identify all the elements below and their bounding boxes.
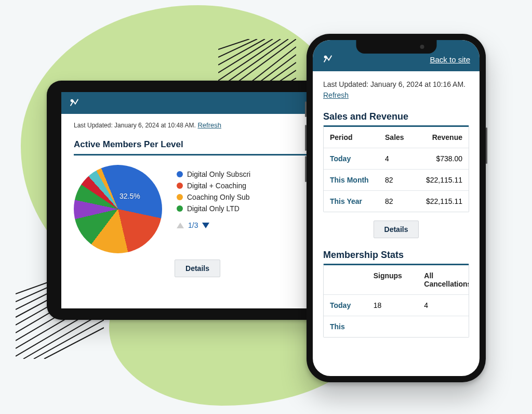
membership-stats-table: Signups All Cancellations Today184This [323,264,469,338]
details-button[interactable]: Details [374,221,419,238]
col-sales: Sales [379,127,418,148]
pie-chart-graphic [74,165,162,253]
svg-point-25 [324,56,327,59]
legend-label: Digital + Coaching [187,182,246,190]
col-cancellations: All Cancellations [418,265,469,294]
phone-side-button [305,125,307,151]
legend-item: Digital Only Subscri [177,170,250,178]
cell-sales: 82 [379,170,418,190]
section-title-membership: Membership Stats [323,250,469,261]
app-logo-icon [69,97,80,109]
section-title-sales: Sales and Revenue [323,111,469,122]
pager-position: 1/3 [188,221,198,229]
last-updated-text: Last Updated: January 6, 2024 at 10:16 A… [323,80,469,90]
cell-sales: 4 [379,148,418,169]
tablet-device-frame: Last Updated: January 6, 2024 at 10:48 A… [47,81,348,320]
pie-chart: 32.5% [74,165,162,253]
cell-revenue: $22,115.11 [418,170,469,190]
cell-revenue: $738.00 [418,148,469,169]
refresh-link[interactable]: Refresh [197,121,221,129]
table-header-row: Period Sales Revenue [324,127,469,148]
table-row: This Year82$22,115.11 [324,191,469,212]
cell-sales: 82 [379,191,418,212]
tablet-header-bar [61,92,334,114]
cell-period[interactable]: Today [324,295,367,316]
cell-cancellations [418,316,469,337]
legend-swatch-icon [177,205,183,212]
cell-cancellations: 4 [418,295,469,316]
legend-item: Digital + Coaching [177,182,250,190]
legend-item: Digital Only LTD [177,204,250,213]
pager-next-icon[interactable] [202,223,209,228]
svg-line-0 [218,39,249,49]
table-header-row: Signups All Cancellations [324,265,469,295]
table-row: This Month82$22,115.11 [324,170,469,191]
legend-label: Coaching Only Sub [187,193,250,201]
cell-period[interactable]: This [324,316,367,337]
svg-point-24 [71,99,74,102]
legend-label: Digital Only Subscri [187,170,250,178]
last-updated-line: Last Updated: January 6, 2024 at 10:48 A… [74,121,321,129]
details-button[interactable]: Details [175,260,220,277]
cell-signups [367,316,418,337]
table-row: This [324,316,469,337]
app-logo-icon [322,54,334,65]
chart-legend: Digital Only SubscriDigital + CoachingCo… [177,165,250,229]
refresh-link[interactable]: Refresh [323,91,349,99]
cell-period[interactable]: This Month [324,170,379,190]
phone-notch [356,40,436,54]
phone-side-button [305,101,307,117]
tablet-screen: Last Updated: January 6, 2024 at 10:48 A… [61,92,334,308]
back-to-site-link[interactable]: Back to site [430,55,470,64]
cell-period[interactable]: This Year [324,191,379,212]
pie-slice-label: 32.5% [119,192,140,200]
legend-label: Digital Only LTD [187,204,240,213]
table-row: Today4$738.00 [324,148,469,170]
legend-item: Coaching Only Sub [177,193,250,201]
col-period [324,265,367,294]
svg-line-2 [218,39,265,65]
legend-swatch-icon [177,194,183,200]
legend-pager: 1/3 [177,221,250,229]
phone-side-button [486,127,487,164]
cell-revenue: $22,115.11 [418,191,469,212]
svg-line-23 [44,328,104,359]
cell-signups: 18 [367,295,418,316]
phone-screen: Back to site Last Updated: January 6, 20… [313,40,480,376]
section-title: Active Members Per Level [74,139,321,150]
col-revenue: Revenue [418,127,469,148]
legend-swatch-icon [177,183,183,189]
col-signups: Signups [367,265,418,294]
col-period: Period [324,127,379,148]
last-updated-text: Last Updated: January 6, 2024 at 10:48 A… [74,122,196,129]
cell-period[interactable]: Today [324,148,379,169]
pager-prev-icon[interactable] [177,223,184,228]
table-row: Today184 [324,295,469,316]
legend-swatch-icon [177,171,183,177]
sales-revenue-table: Period Sales Revenue Today4$738.00This M… [323,125,469,212]
section-underline [74,154,321,156]
phone-side-button [305,156,307,182]
phone-device-frame: Back to site Last Updated: January 6, 20… [307,34,486,382]
